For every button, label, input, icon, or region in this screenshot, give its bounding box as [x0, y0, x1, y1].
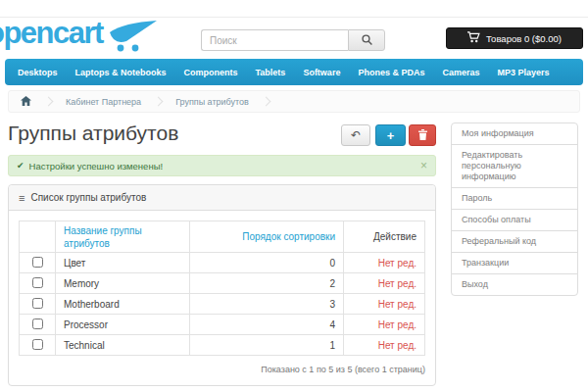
column-header-sort-order: Порядок сортировки [190, 221, 344, 253]
title-actions: ↶ + [341, 124, 436, 146]
nav-item-mp3[interactable]: MP3 Players [488, 68, 558, 77]
add-button[interactable]: + [375, 124, 406, 146]
main-nav: Desktops Laptops & Notebooks Components … [5, 59, 583, 85]
sort-order-cell: 0 [190, 253, 344, 273]
search-button[interactable] [348, 29, 385, 51]
action-link[interactable]: Нет ред. [378, 258, 416, 269]
group-name-cell: Motherboard [56, 294, 190, 315]
delete-button[interactable] [409, 124, 436, 146]
attribute-groups-panel: ≡ Список группы атрибутов Название групп… [8, 184, 436, 386]
check-circle-icon: ✔ [17, 161, 24, 171]
sort-by-order-link[interactable]: Порядок сортировки [242, 231, 335, 242]
group-name-cell: Processor [56, 315, 190, 335]
select-all-header [20, 221, 56, 253]
row-checkbox[interactable] [32, 277, 43, 288]
search-icon [362, 31, 372, 49]
attribute-groups-table: Название группы атрибутов Порядок сортир… [19, 220, 425, 356]
action-link[interactable]: Нет ред. [378, 299, 416, 310]
page-title: Группы атрибутов [8, 120, 178, 147]
nav-item-software[interactable]: Software [294, 68, 349, 77]
nav-item-phones[interactable]: Phones & PDAs [349, 68, 433, 77]
back-button[interactable]: ↶ [341, 124, 370, 146]
opencart-logo[interactable]: opencart [0, 18, 158, 56]
action-link[interactable]: Нет ред. [378, 278, 416, 289]
nav-item-components[interactable]: Components [175, 68, 247, 77]
nav-item-laptops[interactable]: Laptops & Notebooks [67, 68, 175, 77]
nav-item-desktops[interactable]: Desktops [9, 68, 67, 77]
sidebar-item-edit-personal-info[interactable]: Редактировать персональную информацию [451, 144, 578, 188]
breadcrumb-partner-account[interactable]: Кабинет Партнера [66, 97, 141, 107]
group-name-cell: Memory [56, 273, 190, 294]
table-row: Memory 2 Нет ред. [20, 273, 425, 294]
search-group [201, 29, 385, 51]
search-input[interactable] [201, 29, 348, 51]
action-link[interactable]: Нет ред. [378, 319, 416, 330]
panel-title: Список группы атрибутов [30, 192, 146, 203]
sidebar-item-my-info[interactable]: Моя информация [451, 122, 578, 145]
row-checkbox[interactable] [32, 257, 43, 268]
account-sidebar: Моя информация Редактировать персональну… [451, 122, 578, 296]
logo-text: opencart [0, 18, 103, 49]
plus-icon: + [387, 128, 395, 143]
column-header-name: Название группы атрибутов [56, 221, 190, 253]
table-row: Technical 1 Нет ред. [20, 335, 425, 356]
row-checkbox[interactable] [32, 298, 43, 309]
sort-order-cell: 2 [190, 273, 344, 294]
sort-order-cell: 3 [190, 294, 344, 315]
success-alert-text: Настройки успешно изменены! [29, 161, 164, 172]
row-checkbox[interactable] [32, 318, 43, 329]
breadcrumb-separator [154, 97, 164, 107]
breadcrumb-separator [261, 97, 270, 107]
alert-close-icon[interactable]: × [420, 161, 427, 171]
cart-button[interactable]: Товаров 0 ($0.00) [446, 27, 583, 49]
panel-heading: ≡ Список группы атрибутов [9, 185, 435, 211]
cart-icon [467, 31, 480, 45]
pagination-summary: Показано с 1 по 5 из 5 (всего 1 страниц) [19, 356, 425, 375]
sort-order-cell: 4 [190, 315, 344, 335]
nav-item-cameras[interactable]: Cameras [433, 68, 488, 77]
logo-cart-icon [109, 21, 158, 56]
success-alert: ✔ Настройки успешно изменены! × [8, 155, 436, 176]
sidebar-item-transactions[interactable]: Транзакции [451, 252, 578, 274]
group-name-cell: Цвет [56, 253, 190, 273]
sidebar-item-password[interactable]: Пароль [451, 187, 578, 210]
sort-order-cell: 1 [190, 335, 344, 356]
column-header-action: Действие [344, 221, 425, 253]
table-row: Motherboard 3 Нет ред. [20, 294, 425, 315]
main-content: Группы атрибутов ↶ + ✔ Настройки успеш [8, 120, 436, 386]
row-checkbox[interactable] [32, 339, 43, 350]
undo-arrow-icon: ↶ [351, 128, 361, 142]
breadcrumb: Кабинет Партнера Группы атрибутов [8, 90, 580, 113]
sort-by-name-link[interactable]: Название группы атрибутов [64, 225, 142, 249]
trash-icon [418, 128, 427, 143]
nav-item-tablets[interactable]: Tablets [247, 68, 295, 77]
action-link[interactable]: Нет ред. [378, 340, 416, 351]
breadcrumb-attribute-groups[interactable]: Группы атрибутов [175, 97, 249, 107]
sidebar-item-logout[interactable]: Выход [451, 273, 578, 296]
list-icon: ≡ [19, 192, 24, 204]
sidebar-item-referral-code[interactable]: Реферальный код [451, 230, 578, 253]
breadcrumb-separator [44, 97, 54, 107]
table-row: Processor 4 Нет ред. [20, 315, 425, 335]
table-row: Цвет 0 Нет ред. [20, 253, 425, 273]
home-icon[interactable] [21, 96, 31, 108]
cart-button-label: Товаров 0 ($0.00) [486, 33, 562, 44]
sidebar-item-payment-methods[interactable]: Способы оплаты [451, 209, 578, 231]
group-name-cell: Technical [56, 335, 190, 356]
